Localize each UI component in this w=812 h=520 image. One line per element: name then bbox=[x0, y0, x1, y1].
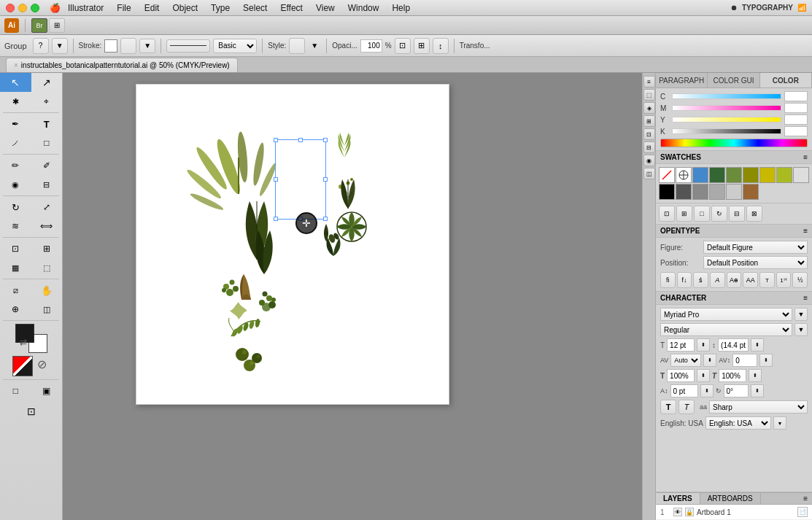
fill-stroke-toggle[interactable] bbox=[12, 356, 33, 376]
tracking-spinner[interactable]: ⬍ bbox=[759, 354, 773, 367]
language-spinner[interactable]: ▼ bbox=[773, 416, 786, 430]
scale-h-input[interactable]: 100% bbox=[667, 369, 695, 382]
baseline-input[interactable]: 0 pt bbox=[670, 384, 698, 397]
pencil-tool[interactable]: ✐ bbox=[31, 156, 63, 175]
swatch-ltgray2[interactable] bbox=[726, 184, 742, 200]
selection-tool[interactable]: ↖ bbox=[0, 73, 31, 92]
antialiasing-select[interactable]: Sharp bbox=[709, 400, 808, 414]
side-panel-btn-7[interactable]: ◉ bbox=[643, 155, 655, 166]
opentype-menu-icon[interactable]: ≡ bbox=[803, 227, 808, 235]
side-panel-btn-4[interactable]: ⊞ bbox=[643, 115, 655, 127]
style-dropdown-btn[interactable]: ▼ bbox=[794, 323, 808, 336]
ot-contextual[interactable]: Aɵ bbox=[727, 272, 742, 288]
pen-tool[interactable]: ✒ bbox=[0, 115, 31, 133]
stroke-style-select[interactable]: Basic bbox=[213, 39, 257, 53]
swatch-darkyellow[interactable] bbox=[743, 167, 759, 183]
swatch-olive[interactable] bbox=[726, 167, 742, 183]
swatch-lightgray[interactable] bbox=[793, 167, 809, 183]
tab-close-icon[interactable]: × bbox=[14, 61, 18, 69]
align2-btn[interactable]: ⊞ bbox=[414, 38, 430, 54]
stroke-color[interactable] bbox=[104, 39, 117, 53]
language-select[interactable]: English: USA bbox=[705, 416, 771, 430]
minimize-button[interactable] bbox=[18, 4, 27, 12]
color-spectrum[interactable] bbox=[660, 139, 808, 147]
menu-object[interactable]: Object bbox=[166, 2, 204, 14]
baseline-spinner[interactable]: ⬍ bbox=[700, 384, 714, 397]
swatch-blue[interactable] bbox=[692, 167, 708, 183]
character-menu-icon[interactable]: ≡ bbox=[803, 294, 808, 302]
scale-v-spinner[interactable]: ⬍ bbox=[749, 369, 762, 382]
type-tool[interactable]: T bbox=[31, 115, 63, 133]
question-btn[interactable]: ? bbox=[33, 38, 49, 54]
view-full-screen[interactable]: □ bbox=[0, 381, 31, 400]
scale-h-spinner[interactable]: ⬍ bbox=[697, 369, 710, 382]
transform-icon-6[interactable]: ⊠ bbox=[746, 206, 762, 222]
menu-effect[interactable]: Effect bbox=[274, 2, 308, 14]
kerning-spinner[interactable]: ⬍ bbox=[703, 354, 716, 367]
rotation-spinner[interactable]: ⬍ bbox=[751, 384, 764, 397]
menu-view[interactable]: View bbox=[310, 2, 341, 14]
arrange-btn[interactable]: ⊞ bbox=[49, 18, 65, 33]
faux-italic-btn[interactable]: T bbox=[678, 400, 695, 414]
blob-tool[interactable]: ◉ bbox=[0, 175, 31, 194]
font-style-select[interactable]: Regular bbox=[660, 323, 792, 336]
leading-input[interactable]: (14.4 pt) bbox=[718, 338, 749, 352]
ot-superscript[interactable]: 1ˢᵗ bbox=[776, 272, 792, 288]
menu-help[interactable]: Help bbox=[386, 2, 416, 14]
none-icon[interactable]: ⊘ bbox=[34, 356, 50, 372]
style-arrow[interactable]: ▼ bbox=[308, 39, 321, 53]
menu-type[interactable]: Type bbox=[205, 2, 236, 14]
side-panel-btn-6[interactable]: ⊟ bbox=[643, 141, 655, 153]
kerning-select[interactable]: Auto bbox=[670, 354, 701, 367]
transform-icon-2[interactable]: ⊞ bbox=[676, 206, 692, 222]
side-panel-btn-3[interactable]: ◈ bbox=[643, 102, 655, 114]
swatch-darkgreen[interactable] bbox=[709, 167, 725, 183]
bridge-btn[interactable]: Br bbox=[31, 18, 47, 33]
screen-mode[interactable]: ⊡ bbox=[15, 402, 47, 421]
ot-discretionary[interactable]: f↓ bbox=[677, 272, 692, 288]
y-input[interactable] bbox=[784, 115, 808, 125]
transform-icon-4[interactable]: ↻ bbox=[711, 206, 727, 222]
maximize-button[interactable] bbox=[31, 4, 39, 12]
rotation-input[interactable]: 0° bbox=[724, 384, 749, 397]
figure-select[interactable]: Default Figure bbox=[703, 241, 808, 254]
rotate-tool[interactable]: ↻ bbox=[0, 198, 31, 217]
align-btn[interactable]: ⊡ bbox=[395, 38, 411, 54]
symbol-tool[interactable]: ⊞ bbox=[31, 239, 63, 258]
ot-swash[interactable]: ṡ bbox=[693, 272, 708, 288]
down-arrow-btn[interactable]: ▼ bbox=[52, 38, 68, 54]
view-mode[interactable]: ▣ bbox=[31, 381, 63, 400]
ot-titling[interactable]: A bbox=[710, 272, 725, 288]
swatch-medgray[interactable] bbox=[692, 184, 708, 200]
line-tool[interactable]: ⟋ bbox=[0, 133, 31, 152]
extra-tool[interactable]: ◫ bbox=[31, 300, 63, 319]
tab-color[interactable]: COLOR bbox=[760, 73, 812, 88]
tracking-input[interactable]: 0 bbox=[732, 354, 757, 367]
magic-wand-tool[interactable]: ✱ bbox=[0, 92, 31, 111]
layer-page-icon-1[interactable]: 📄 bbox=[797, 507, 808, 517]
swap-colors-icon[interactable]: ⇄ bbox=[20, 337, 27, 347]
scale-tool[interactable]: ⤢ bbox=[31, 198, 63, 217]
ot-allcaps[interactable]: AA bbox=[743, 272, 758, 288]
free-transform-tool[interactable]: ⊡ bbox=[0, 239, 31, 258]
stroke-select[interactable]: ▼ bbox=[139, 39, 155, 53]
transform-icon-3[interactable]: □ bbox=[694, 206, 710, 222]
swatches-menu-icon[interactable]: ≡ bbox=[803, 153, 808, 161]
m-input[interactable] bbox=[784, 103, 808, 113]
menu-file[interactable]: File bbox=[111, 2, 136, 14]
transform-icon-1[interactable]: ⊡ bbox=[659, 206, 675, 222]
ot-fractions[interactable]: ½ bbox=[792, 272, 808, 288]
faux-bold-btn[interactable]: T bbox=[660, 400, 676, 414]
style-preview[interactable] bbox=[289, 38, 305, 54]
side-panel-btn-5[interactable]: ⊡ bbox=[643, 128, 655, 140]
side-panel-btn-8[interactable]: ◫ bbox=[643, 168, 655, 179]
apple-menu[interactable]: 🍎 bbox=[50, 3, 61, 13]
swatch-black[interactable] bbox=[659, 184, 675, 200]
k-input[interactable] bbox=[784, 126, 808, 136]
artboards-tab[interactable]: ARTBOARDS bbox=[700, 493, 761, 504]
transform-btn[interactable]: ↕ bbox=[433, 38, 449, 54]
swatch-gray[interactable] bbox=[709, 184, 725, 200]
document-tab[interactable]: × instructables_botanicalpatterntutorial… bbox=[6, 58, 238, 72]
position-select[interactable]: Default Position bbox=[703, 256, 808, 269]
eraser-tool[interactable]: ⊟ bbox=[31, 175, 63, 194]
